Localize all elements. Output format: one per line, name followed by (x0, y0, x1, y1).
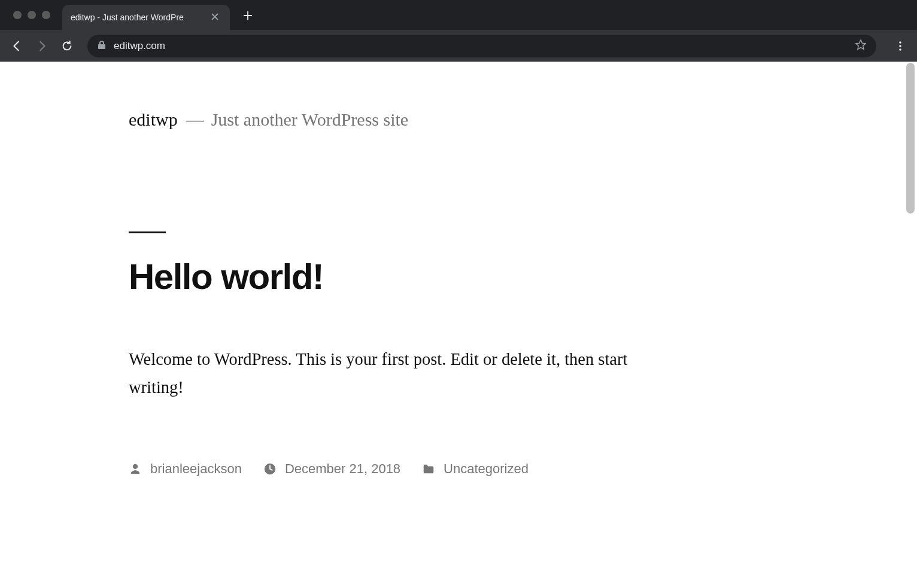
category-link[interactable]: Uncategorized (444, 461, 529, 477)
post-category: Uncategorized (422, 461, 529, 477)
svg-point-1 (899, 45, 901, 47)
site-tagline: Just another WordPress site (211, 109, 409, 130)
post-title-link[interactable]: Hello world! (129, 256, 788, 297)
maximize-window-button[interactable] (42, 11, 50, 19)
tab-bar: editwp - Just another WordPre (0, 0, 917, 30)
minimize-window-button[interactable] (28, 11, 36, 19)
site-name-link[interactable]: editwp (129, 109, 178, 130)
person-icon (129, 462, 142, 476)
date-link[interactable]: December 21, 2018 (285, 461, 400, 477)
tab-close-icon[interactable] (208, 10, 221, 25)
new-tab-button[interactable] (235, 4, 261, 29)
folder-icon (422, 462, 435, 476)
svg-point-2 (899, 48, 901, 51)
lock-icon (97, 40, 107, 52)
tab-title: editwp - Just another WordPre (71, 13, 204, 22)
browser-chrome: editwp - Just another WordPre editwp.com (0, 0, 917, 62)
browser-toolbar: editwp.com (0, 30, 917, 62)
post-date: December 21, 2018 (263, 461, 400, 477)
site-dash: — (186, 109, 203, 130)
back-button[interactable] (6, 35, 28, 57)
post-meta: brianleejackson December 21, 2018 Uncate… (129, 461, 788, 477)
post-body: Welcome to WordPress. This is your first… (129, 345, 667, 401)
address-bar[interactable]: editwp.com (87, 35, 876, 57)
post-divider (129, 231, 166, 233)
browser-tab[interactable]: editwp - Just another WordPre (62, 5, 230, 30)
page-viewport: editwp — Just another WordPress site Hel… (0, 62, 917, 588)
scrollbar-track[interactable] (906, 62, 916, 588)
clock-icon (263, 462, 277, 476)
bookmark-star-icon[interactable] (855, 39, 867, 53)
window-controls (7, 11, 56, 19)
svg-point-0 (899, 41, 901, 44)
site-header: editwp — Just another WordPress site (129, 109, 788, 130)
browser-menu-button[interactable] (889, 35, 911, 57)
author-link[interactable]: brianleejackson (150, 461, 242, 477)
close-window-button[interactable] (13, 11, 22, 19)
scrollbar-thumb[interactable] (906, 63, 915, 214)
reload-button[interactable] (56, 35, 78, 57)
forward-button[interactable] (31, 35, 53, 57)
url-text: editwp.com (114, 40, 848, 52)
page-content: editwp — Just another WordPress site Hel… (0, 62, 917, 588)
post-author: brianleejackson (129, 461, 242, 477)
